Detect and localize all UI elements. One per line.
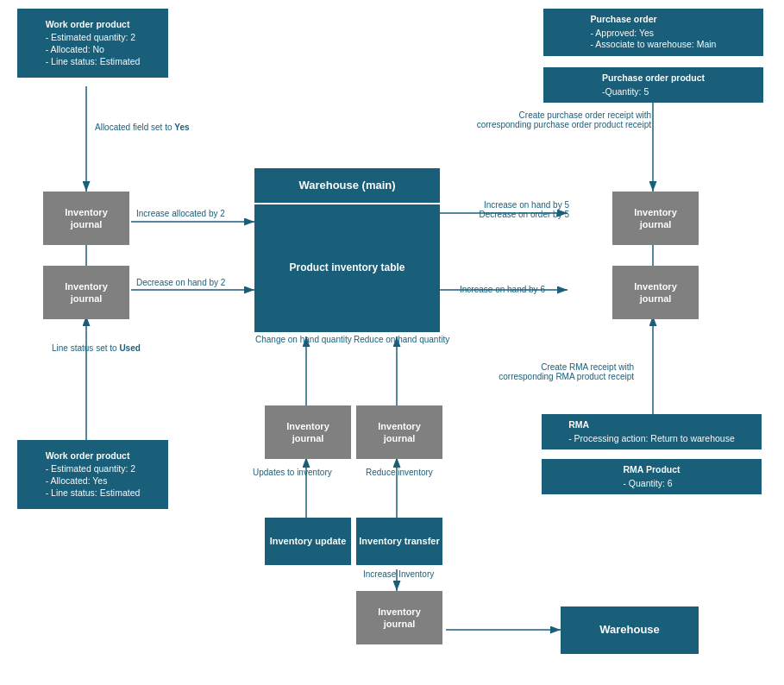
rma-title: RMA [568, 419, 735, 431]
label-change-on-hand: Change on hand quantity [255, 335, 352, 344]
inv-journal-2-line2: journal [65, 292, 108, 305]
inv-journal-3: Inventory journal [612, 192, 699, 245]
work-order-bottom-line1: - Estimated quantity: 2 [46, 463, 141, 475]
inv-journal-6-line1: Inventory [378, 420, 421, 432]
label-increase-on-hand-6: Increase on hand by 6 [460, 285, 545, 294]
purchase-order-product-line1: -Quantity: 5 [602, 86, 705, 98]
work-order-bottom-line2: - Allocated: Yes [46, 475, 141, 487]
inv-journal-3-line2: journal [634, 218, 677, 230]
work-order-top-title: Work order product [46, 19, 141, 31]
inv-journal-5-line1: Inventory [286, 420, 329, 432]
rma-product-line1: - Quantity: 6 [623, 478, 680, 490]
work-order-top-line2: - Allocated: No [46, 44, 141, 56]
purchase-order-line2: - Associate to warehouse: Main [591, 39, 717, 51]
label-decrease-on-hand: Decrease on hand by 2 [136, 278, 225, 287]
inventory-transfer-label: Inventory transfer [359, 535, 440, 547]
work-order-top-box: Work order product - Estimated quantity:… [17, 9, 168, 78]
work-order-bottom-title: Work order product [46, 450, 141, 462]
inventory-transfer-box: Inventory transfer [356, 518, 442, 565]
diagram-container: Work order product - Estimated quantity:… [0, 0, 784, 685]
product-inventory-label: Product inventory table [289, 261, 405, 275]
purchase-order-product-box: Purchase order product -Quantity: 5 [543, 67, 763, 103]
inv-journal-5-line2: journal [286, 432, 329, 444]
label-create-rma-receipt: Create RMA receipt withcorresponding RMA… [461, 362, 634, 381]
label-increase-allocated: Increase allocated by 2 [136, 209, 225, 218]
inv-journal-7-line1: Inventory [378, 606, 421, 618]
label-increase-on-hand-5: Increase on hand by 5Decrease on order b… [444, 200, 569, 219]
inv-journal-2-line1: Inventory [65, 280, 108, 292]
purchase-order-product-title: Purchase order product [602, 72, 705, 85]
warehouse-main-label: Warehouse (main) [254, 168, 440, 203]
warehouse-main-title: Warehouse (main) [298, 179, 395, 193]
label-line-status-used: Line status set to Used [52, 343, 141, 353]
inventory-update-box: Inventory update [265, 518, 351, 565]
label-reduce-inventory: Reduce inventory [366, 468, 433, 477]
label-allocated-yes: Allocated field set to Yes [95, 123, 190, 132]
label-create-purchase-receipt: Create purchase order receipt withcorres… [444, 110, 651, 129]
label-increase-inventory: Increase Inventory [363, 569, 434, 579]
inv-journal-1: Inventory journal [43, 192, 129, 245]
rma-line1: - Processing action: Return to warehouse [568, 433, 735, 445]
purchase-order-title: Purchase order [591, 14, 717, 26]
warehouse-bottom-box: Warehouse [561, 606, 699, 654]
work-order-bottom-box: Work order product - Estimated quantity:… [17, 440, 168, 509]
purchase-order-line1: - Approved: Yes [591, 28, 717, 40]
inv-journal-7: Inventory journal [356, 591, 442, 644]
rma-box: RMA - Processing action: Return to wareh… [542, 414, 762, 449]
inv-journal-1-line2: journal [65, 218, 108, 230]
inv-journal-3-line1: Inventory [634, 206, 677, 218]
inv-journal-6-line2: journal [378, 432, 421, 444]
inv-journal-4-line1: Inventory [634, 280, 677, 292]
purchase-order-box: Purchase order - Approved: Yes - Associa… [543, 9, 763, 56]
product-inventory-box: Product inventory table [254, 203, 440, 332]
label-updates-to-inventory: Updates to inventory [253, 468, 332, 477]
inventory-update-label: Inventory update [270, 535, 347, 547]
rma-product-box: RMA Product - Quantity: 6 [542, 459, 762, 494]
inv-journal-1-line1: Inventory [65, 206, 108, 218]
inv-journal-7-line2: journal [378, 618, 421, 630]
label-reduce-on-hand: Reduce on hand quantity [354, 335, 449, 344]
warehouse-bottom-label: Warehouse [599, 623, 660, 638]
work-order-top-line3: - Line status: Estimated [46, 56, 141, 68]
rma-product-title: RMA Product [623, 464, 680, 476]
inv-journal-2: Inventory journal [43, 266, 129, 319]
work-order-bottom-line3: - Line status: Estimated [46, 487, 141, 500]
inv-journal-4-line2: journal [634, 292, 677, 305]
inv-journal-5: Inventory journal [265, 405, 351, 459]
inv-journal-6: Inventory journal [356, 405, 442, 459]
work-order-top-line1: - Estimated quantity: 2 [46, 32, 141, 44]
inv-journal-4: Inventory journal [612, 266, 699, 319]
